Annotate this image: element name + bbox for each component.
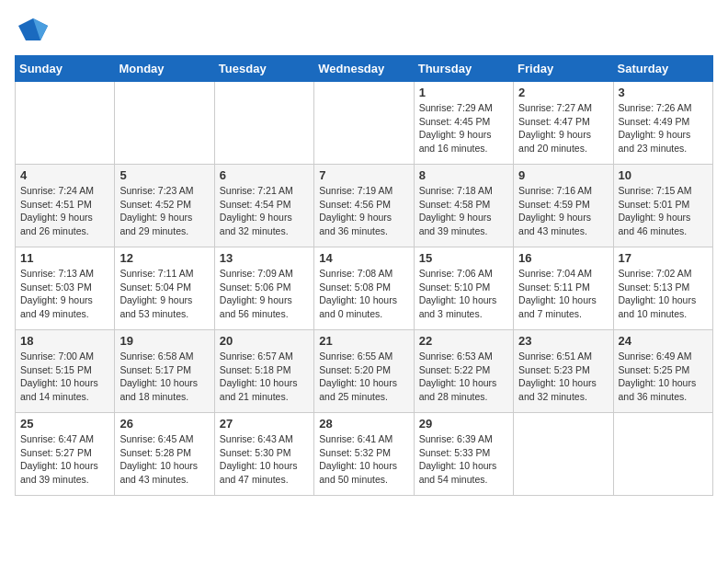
calendar-cell: 8Sunrise: 7:18 AM Sunset: 4:58 PM Daylig… (414, 165, 513, 247)
calendar-cell (214, 82, 313, 165)
day-header-friday: Friday (514, 56, 613, 82)
calendar-cell: 4Sunrise: 7:24 AM Sunset: 4:51 PM Daylig… (16, 165, 115, 247)
day-number: 1 (419, 86, 508, 99)
day-info: Sunrise: 7:15 AM Sunset: 5:01 PM Dayligh… (619, 184, 708, 238)
week-row-2: 4Sunrise: 7:24 AM Sunset: 4:51 PM Daylig… (16, 165, 713, 247)
day-header-sunday: Sunday (16, 56, 115, 82)
day-number: 7 (319, 168, 408, 182)
calendar-cell (514, 413, 613, 496)
day-info: Sunrise: 6:43 AM Sunset: 5:30 PM Dayligh… (220, 432, 309, 487)
day-header-saturday: Saturday (613, 56, 712, 82)
page-header (15, 15, 713, 44)
day-info: Sunrise: 7:29 AM Sunset: 4:45 PM Dayligh… (419, 101, 508, 155)
day-info: Sunrise: 7:06 AM Sunset: 5:10 PM Dayligh… (419, 267, 508, 321)
calendar-cell: 17Sunrise: 7:02 AM Sunset: 5:13 PM Dayli… (613, 247, 712, 330)
day-header-tuesday: Tuesday (214, 56, 313, 82)
day-info: Sunrise: 6:53 AM Sunset: 5:22 PM Dayligh… (419, 350, 508, 404)
day-info: Sunrise: 6:58 AM Sunset: 5:17 PM Dayligh… (119, 350, 209, 404)
week-row-5: 25Sunrise: 6:47 AM Sunset: 5:27 PM Dayli… (16, 413, 713, 496)
day-info: Sunrise: 7:19 AM Sunset: 4:56 PM Dayligh… (319, 184, 408, 238)
calendar-cell: 9Sunrise: 7:16 AM Sunset: 4:59 PM Daylig… (514, 165, 613, 247)
day-info: Sunrise: 7:13 AM Sunset: 5:03 PM Dayligh… (20, 267, 109, 321)
calendar-cell: 7Sunrise: 7:19 AM Sunset: 4:56 PM Daylig… (314, 165, 414, 247)
header-row: SundayMondayTuesdayWednesdayThursdayFrid… (16, 56, 713, 82)
calendar-cell: 19Sunrise: 6:58 AM Sunset: 5:17 PM Dayli… (115, 330, 214, 413)
calendar-cell: 6Sunrise: 7:21 AM Sunset: 4:54 PM Daylig… (214, 165, 313, 247)
calendar-cell: 22Sunrise: 6:53 AM Sunset: 5:22 PM Dayli… (414, 330, 513, 413)
calendar-cell: 25Sunrise: 6:47 AM Sunset: 5:27 PM Dayli… (16, 413, 115, 496)
day-number: 15 (419, 251, 508, 265)
calendar-cell: 26Sunrise: 6:45 AM Sunset: 5:28 PM Dayli… (115, 413, 214, 496)
day-info: Sunrise: 6:47 AM Sunset: 5:27 PM Dayligh… (20, 432, 109, 487)
day-info: Sunrise: 7:02 AM Sunset: 5:13 PM Dayligh… (619, 267, 708, 321)
calendar-cell: 21Sunrise: 6:55 AM Sunset: 5:20 PM Dayli… (314, 330, 414, 413)
day-header-monday: Monday (115, 56, 214, 82)
day-number: 4 (20, 168, 109, 182)
calendar-cell: 27Sunrise: 6:43 AM Sunset: 5:30 PM Dayli… (214, 413, 313, 496)
day-info: Sunrise: 7:21 AM Sunset: 4:54 PM Dayligh… (220, 184, 309, 238)
day-number: 21 (319, 334, 408, 348)
week-row-3: 11Sunrise: 7:13 AM Sunset: 5:03 PM Dayli… (16, 247, 713, 330)
day-number: 18 (20, 334, 109, 348)
calendar-cell: 11Sunrise: 7:13 AM Sunset: 5:03 PM Dayli… (16, 247, 115, 330)
day-info: Sunrise: 7:18 AM Sunset: 4:58 PM Dayligh… (419, 184, 508, 238)
day-info: Sunrise: 6:45 AM Sunset: 5:28 PM Dayligh… (119, 432, 209, 487)
day-number: 17 (619, 251, 708, 265)
day-number: 8 (419, 168, 508, 182)
calendar-cell: 10Sunrise: 7:15 AM Sunset: 5:01 PM Dayli… (613, 165, 712, 247)
calendar-cell: 13Sunrise: 7:09 AM Sunset: 5:06 PM Dayli… (214, 247, 313, 330)
calendar-cell (16, 82, 115, 165)
calendar-cell: 14Sunrise: 7:08 AM Sunset: 5:08 PM Dayli… (314, 247, 414, 330)
day-info: Sunrise: 7:00 AM Sunset: 5:15 PM Dayligh… (20, 350, 109, 404)
day-info: Sunrise: 6:49 AM Sunset: 5:25 PM Dayligh… (619, 350, 708, 404)
day-number: 16 (518, 251, 608, 265)
day-number: 12 (119, 251, 209, 265)
day-info: Sunrise: 7:08 AM Sunset: 5:08 PM Dayligh… (319, 267, 408, 321)
day-info: Sunrise: 7:11 AM Sunset: 5:04 PM Dayligh… (119, 267, 209, 321)
day-number: 28 (319, 417, 408, 431)
calendar-table: SundayMondayTuesdayWednesdayThursdayFrid… (15, 55, 713, 496)
day-header-wednesday: Wednesday (314, 56, 414, 82)
day-number: 29 (419, 417, 508, 431)
day-info: Sunrise: 6:39 AM Sunset: 5:33 PM Dayligh… (419, 432, 508, 487)
day-info: Sunrise: 6:41 AM Sunset: 5:32 PM Dayligh… (319, 432, 408, 487)
day-info: Sunrise: 7:09 AM Sunset: 5:06 PM Dayligh… (220, 267, 309, 321)
calendar-cell: 16Sunrise: 7:04 AM Sunset: 5:11 PM Dayli… (514, 247, 613, 330)
calendar-cell (115, 82, 214, 165)
day-number: 9 (518, 168, 608, 182)
calendar-cell: 12Sunrise: 7:11 AM Sunset: 5:04 PM Dayli… (115, 247, 214, 330)
day-info: Sunrise: 6:57 AM Sunset: 5:18 PM Dayligh… (220, 350, 309, 404)
day-number: 10 (619, 168, 708, 182)
day-number: 13 (220, 251, 309, 265)
day-number: 23 (518, 334, 608, 348)
day-number: 6 (220, 168, 309, 182)
calendar-cell: 23Sunrise: 6:51 AM Sunset: 5:23 PM Dayli… (514, 330, 613, 413)
day-number: 20 (220, 334, 309, 348)
day-number: 19 (119, 334, 209, 348)
day-info: Sunrise: 7:27 AM Sunset: 4:47 PM Dayligh… (518, 101, 608, 155)
day-number: 5 (119, 168, 209, 182)
day-number: 3 (619, 86, 708, 99)
day-number: 22 (419, 334, 508, 348)
logo (15, 15, 48, 44)
logo-icon (18, 15, 48, 44)
day-info: Sunrise: 7:24 AM Sunset: 4:51 PM Dayligh… (20, 184, 109, 238)
week-row-1: 1Sunrise: 7:29 AM Sunset: 4:45 PM Daylig… (16, 82, 713, 165)
day-info: Sunrise: 6:55 AM Sunset: 5:20 PM Dayligh… (319, 350, 408, 404)
day-number: 2 (518, 86, 608, 99)
day-number: 11 (20, 251, 109, 265)
calendar-cell (314, 82, 414, 165)
day-number: 27 (220, 417, 309, 431)
week-row-4: 18Sunrise: 7:00 AM Sunset: 5:15 PM Dayli… (16, 330, 713, 413)
day-info: Sunrise: 7:26 AM Sunset: 4:49 PM Dayligh… (619, 101, 708, 155)
calendar-cell: 3Sunrise: 7:26 AM Sunset: 4:49 PM Daylig… (613, 82, 712, 165)
calendar-cell: 24Sunrise: 6:49 AM Sunset: 5:25 PM Dayli… (613, 330, 712, 413)
day-info: Sunrise: 7:16 AM Sunset: 4:59 PM Dayligh… (518, 184, 608, 238)
day-info: Sunrise: 7:23 AM Sunset: 4:52 PM Dayligh… (119, 184, 209, 238)
calendar-cell (613, 413, 712, 496)
calendar-cell: 28Sunrise: 6:41 AM Sunset: 5:32 PM Dayli… (314, 413, 414, 496)
day-number: 26 (119, 417, 209, 431)
calendar-cell: 18Sunrise: 7:00 AM Sunset: 5:15 PM Dayli… (16, 330, 115, 413)
day-info: Sunrise: 7:04 AM Sunset: 5:11 PM Dayligh… (518, 267, 608, 321)
calendar-cell: 15Sunrise: 7:06 AM Sunset: 5:10 PM Dayli… (414, 247, 513, 330)
